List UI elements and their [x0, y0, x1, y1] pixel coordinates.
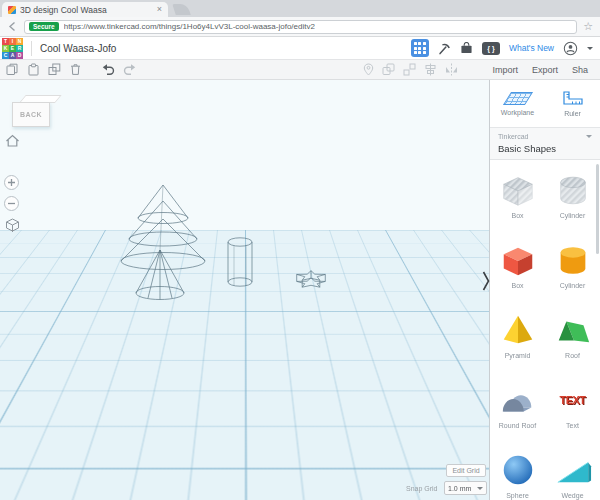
home-view-icon[interactable]	[5, 134, 20, 147]
view-cube[interactable]: BACK	[12, 94, 62, 130]
pyramid-icon	[499, 311, 537, 349]
cylinder-hole-icon	[554, 171, 592, 209]
zoom-in-button[interactable]	[4, 175, 19, 190]
group-icon[interactable]	[382, 63, 395, 76]
paste-icon[interactable]	[27, 63, 40, 76]
snap-grid-label: Snap Grid	[406, 485, 438, 492]
panel-tools: Workplane Ruler	[490, 80, 600, 128]
minus-icon	[7, 199, 16, 208]
plus-icon	[7, 178, 16, 187]
whats-new-link[interactable]: What's New	[509, 43, 554, 53]
new-tab-button[interactable]	[172, 4, 191, 15]
url-text: https://www.tinkercad.com/things/1Ho6y4L…	[64, 22, 315, 31]
delete-icon[interactable]	[69, 63, 82, 76]
redo-icon[interactable]	[123, 63, 136, 76]
shape-category-dropdown[interactable]: Tinkercad Basic Shapes	[490, 128, 600, 160]
shape-sphere[interactable]: Sphere	[490, 440, 545, 500]
shape-roof[interactable]: Roof	[545, 300, 600, 370]
panel-scrollbar[interactable]	[596, 164, 599, 254]
header-divider	[31, 41, 32, 56]
wireframe-star	[297, 271, 326, 288]
app-header: T I N K E R C A D Cool Waasa-Jofo	[0, 37, 600, 60]
text-shape-icon: TEXT	[559, 381, 585, 419]
shape-cylinder[interactable]: Cylinder	[545, 230, 600, 300]
edit-grid-button[interactable]: Edit Grid	[446, 464, 486, 477]
box-hole-icon	[499, 171, 537, 209]
import-button[interactable]: Import	[492, 65, 518, 75]
viewport-3d[interactable]: BACK Edit Grid Snap Grid 1.0 mm	[0, 80, 489, 500]
shape-pyramid[interactable]: Pyramid	[490, 300, 545, 370]
browser-addressbar: Secure https://www.tinkercad.com/things/…	[0, 17, 600, 37]
browser-window: 3D design Cool Waasa × Secure https://ww…	[0, 0, 600, 500]
shape-box[interactable]: Box	[490, 230, 545, 300]
align-icon[interactable]	[424, 63, 437, 76]
flip-icon[interactable]	[445, 63, 458, 76]
select-caret-icon	[477, 487, 483, 493]
share-button[interactable]: Sha	[572, 65, 588, 75]
fit-view-icon[interactable]	[5, 218, 20, 233]
tinkercad-logo[interactable]: T I N K E R C A D	[2, 38, 23, 59]
copy-icon[interactable]	[6, 63, 19, 76]
shape-wedge[interactable]: Wedge	[545, 440, 600, 500]
bookmark-star-icon[interactable]: ☆	[583, 21, 593, 32]
shape-grid: Box Cylinder Box	[490, 160, 600, 500]
shape-text[interactable]: TEXT Text	[545, 370, 600, 440]
category-title: Basic Shapes	[498, 143, 592, 154]
box-icon	[499, 241, 537, 279]
wireframe-cylinder	[228, 238, 252, 286]
account-icon[interactable]	[563, 41, 578, 56]
ruler-icon	[562, 90, 584, 106]
shape-round-roof[interactable]: Round Roof	[490, 370, 545, 440]
bag-icon[interactable]	[460, 42, 473, 54]
workplane-tool[interactable]: Workplane	[490, 80, 545, 127]
undo-icon[interactable]	[102, 63, 115, 76]
apps-grid-button[interactable]	[411, 39, 429, 57]
wedge-icon	[554, 451, 592, 489]
secure-badge[interactable]: Secure	[29, 22, 59, 31]
shapes-panel: Workplane Ruler Tinkercad Basic Shapes	[489, 80, 600, 500]
dropdown-caret-icon	[586, 135, 592, 141]
export-button[interactable]: Export	[532, 65, 558, 75]
browser-tabstrip: 3D design Cool Waasa ×	[0, 0, 600, 17]
view-cube-label: BACK	[20, 111, 42, 118]
wireframe-tree	[121, 185, 205, 300]
ungroup-icon[interactable]	[403, 63, 416, 76]
tab-close-icon[interactable]: ×	[157, 5, 162, 14]
scene-objects[interactable]	[0, 80, 489, 500]
cylinder-icon	[554, 241, 592, 279]
category-kicker: Tinkercad	[498, 133, 528, 140]
account-caret-icon	[587, 47, 593, 53]
panel-collapse-button[interactable]	[480, 268, 491, 294]
roof-icon	[554, 311, 592, 349]
duplicate-icon[interactable]	[48, 63, 61, 76]
design-title[interactable]: Cool Waasa-Jofo	[40, 43, 116, 54]
back-icon[interactable]	[7, 21, 18, 32]
tab-title: 3D design Cool Waasa	[20, 5, 153, 15]
ruler-tool[interactable]: Ruler	[545, 80, 600, 127]
chevron-right-icon	[482, 270, 490, 292]
shape-box-hole[interactable]: Box	[490, 160, 545, 230]
zoom-out-button[interactable]	[4, 196, 19, 211]
browser-tab[interactable]: 3D design Cool Waasa ×	[2, 2, 168, 17]
pickaxe-icon[interactable]	[438, 42, 451, 55]
url-bar[interactable]: Secure https://www.tinkercad.com/things/…	[24, 20, 577, 34]
tab-favicon-icon	[8, 6, 16, 14]
codeblocks-button[interactable]: { }	[482, 42, 500, 55]
pin-icon[interactable]	[363, 63, 374, 76]
snap-grid-select[interactable]: 1.0 mm	[444, 481, 487, 495]
round-roof-icon	[499, 381, 537, 419]
shape-cylinder-hole[interactable]: Cylinder	[545, 160, 600, 230]
edit-toolbar: Import Export Sha	[0, 60, 600, 80]
view-cube-front-face[interactable]: BACK	[12, 102, 50, 127]
workplane-icon	[502, 92, 532, 105]
sphere-icon	[499, 451, 537, 489]
